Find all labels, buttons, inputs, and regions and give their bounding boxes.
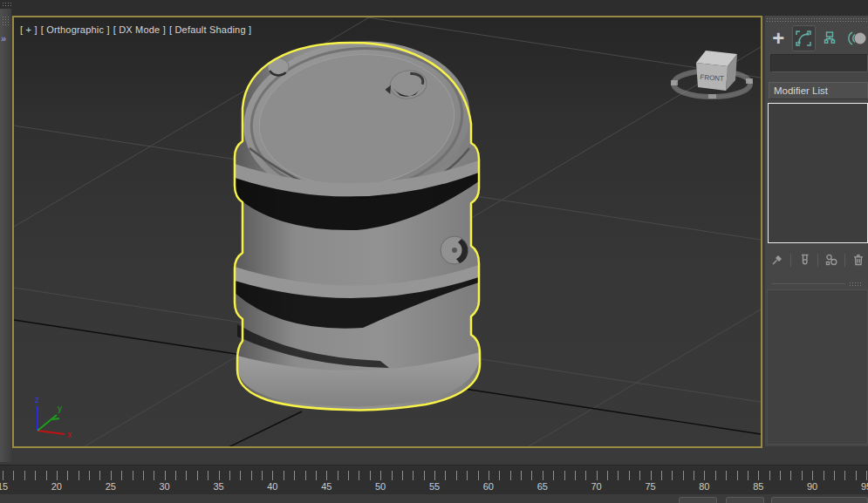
- timeline-tick[interactable]: [272, 471, 273, 480]
- timeline-tick[interactable]: [251, 471, 252, 480]
- timeline-tick[interactable]: [186, 471, 187, 480]
- timeline-tick[interactable]: [844, 471, 845, 480]
- timeline-tick[interactable]: [726, 471, 727, 480]
- timeline-tick[interactable]: [543, 471, 543, 480]
- status-button[interactable]: [771, 497, 868, 503]
- make-unique-icon[interactable]: [824, 253, 838, 267]
- timeline-tick[interactable]: [856, 471, 857, 480]
- modifier-stack-list[interactable]: [768, 103, 868, 243]
- timeline-tick[interactable]: [57, 471, 58, 480]
- viewport-orthographic[interactable]: FRONT z x y [ + ][ Orthographic ][ DX Mo…: [12, 16, 762, 448]
- viewcube[interactable]: FRONT: [671, 51, 753, 99]
- timeline-tick[interactable]: [219, 471, 220, 480]
- timeline-tick[interactable]: [413, 471, 413, 480]
- remove-modifier-trash-icon[interactable]: [851, 253, 865, 267]
- timeline-tick[interactable]: [564, 471, 565, 480]
- timeline-tick[interactable]: [489, 471, 489, 480]
- divider-drag-dots-icon[interactable]: [849, 282, 861, 287]
- timeline-tick[interactable]: [834, 471, 835, 480]
- show-end-result-icon[interactable]: [797, 253, 811, 267]
- status-button[interactable]: [679, 497, 717, 503]
- expand-chevrons-icon[interactable]: »: [1, 33, 6, 44]
- timeline-tick[interactable]: [229, 471, 230, 480]
- timeline-tick[interactable]: [13, 471, 14, 480]
- timeline-tick[interactable]: [338, 471, 338, 480]
- timeline-tick[interactable]: [812, 471, 813, 480]
- timeline-tick[interactable]: [597, 471, 598, 480]
- timeline-tick[interactable]: [802, 471, 803, 480]
- timeline-tick[interactable]: [305, 471, 306, 480]
- timeline-tick[interactable]: [553, 471, 554, 480]
- timeline-tick[interactable]: [35, 471, 36, 480]
- timeline-tick[interactable]: [143, 471, 144, 480]
- timeline-tick[interactable]: [121, 471, 122, 480]
- timeline-tick[interactable]: [585, 471, 586, 480]
- viewport-menu-mode[interactable]: [ DX Mode ]: [113, 24, 166, 35]
- tab-hierarchy[interactable]: [818, 25, 841, 51]
- timeline-tick[interactable]: [197, 471, 198, 480]
- timeline-tick[interactable]: [24, 471, 25, 480]
- timeline-tick[interactable]: [661, 471, 662, 480]
- timeline-tick[interactable]: [154, 471, 154, 480]
- viewport-menu-pov[interactable]: [ Orthographic ]: [41, 24, 110, 35]
- timeline-tick[interactable]: [704, 471, 705, 480]
- timeline-tick[interactable]: [165, 471, 166, 480]
- timeline-tick[interactable]: [175, 471, 176, 480]
- dock-grip-icon[interactable]: [2, 16, 10, 25]
- oil-drum-barrel[interactable]: [235, 31, 480, 410]
- timeline-tick[interactable]: [672, 471, 673, 480]
- timeline-tick[interactable]: [316, 471, 317, 480]
- timeline-tick[interactable]: [758, 471, 759, 480]
- timeline-tick[interactable]: [380, 471, 381, 480]
- tab-motion[interactable]: [844, 25, 868, 51]
- timeline-tick[interactable]: [89, 471, 90, 480]
- timeline-tick[interactable]: [208, 471, 208, 480]
- tab-modify[interactable]: [792, 25, 815, 51]
- timeline-tick[interactable]: [359, 471, 359, 480]
- timeline-tick[interactable]: [737, 471, 738, 480]
- timeline-tick[interactable]: [445, 471, 446, 480]
- timeline-tick[interactable]: [769, 471, 770, 480]
- tab-create[interactable]: +: [767, 25, 789, 51]
- timeline-tick[interactable]: [478, 471, 479, 480]
- timeline-tick[interactable]: [370, 471, 371, 480]
- timeline-tick[interactable]: [629, 471, 630, 480]
- viewport-canvas[interactable]: FRONT z x y: [14, 17, 761, 446]
- timeline-tick[interactable]: [294, 471, 295, 480]
- timeline-tick[interactable]: [683, 471, 684, 480]
- toolbar-grip-icon[interactable]: [2, 2, 11, 8]
- timeline-tick[interactable]: [780, 471, 781, 480]
- timeline-tick[interactable]: [326, 471, 327, 480]
- viewport-menu-shading[interactable]: [ Default Shading ]: [169, 24, 251, 35]
- timeline-tick[interactable]: [748, 471, 748, 480]
- timeline-tick[interactable]: [499, 471, 500, 480]
- timeline-tick[interactable]: [402, 471, 403, 480]
- timeline-tick[interactable]: [46, 471, 47, 480]
- timeline-tick[interactable]: [467, 471, 468, 480]
- timeline-tick[interactable]: [133, 471, 133, 480]
- rollout-divider[interactable]: [772, 282, 861, 287]
- status-button[interactable]: [726, 497, 764, 503]
- timeline-tick[interactable]: [284, 471, 284, 480]
- timeline-tick[interactable]: [456, 471, 457, 480]
- timeline-ruler[interactable]: 1520253035404550556065707580859095: [0, 465, 868, 494]
- timeline-tick[interactable]: [392, 471, 393, 480]
- viewport-menu-general[interactable]: [ + ]: [20, 24, 38, 35]
- timeline-tick[interactable]: [111, 471, 112, 480]
- modifier-list-dropdown[interactable]: Modifier List: [769, 82, 868, 99]
- timeline-tick[interactable]: [531, 471, 532, 480]
- timeline-tick[interactable]: [639, 471, 640, 480]
- object-name-field[interactable]: [770, 54, 868, 72]
- timeline-tick[interactable]: [67, 471, 68, 480]
- timeline-tick[interactable]: [99, 471, 100, 480]
- timeline-tick[interactable]: [262, 471, 263, 480]
- timeline-tick[interactable]: [618, 471, 619, 480]
- timeline-tick[interactable]: [510, 471, 511, 480]
- timeline-tick[interactable]: [866, 471, 867, 480]
- pin-stack-icon[interactable]: [770, 253, 784, 267]
- timeline-tick[interactable]: [424, 471, 425, 480]
- timeline-tick[interactable]: [651, 471, 652, 480]
- timeline-tick[interactable]: [824, 471, 824, 480]
- timeline-tick[interactable]: [521, 471, 522, 480]
- timeline-tick[interactable]: [79, 471, 79, 480]
